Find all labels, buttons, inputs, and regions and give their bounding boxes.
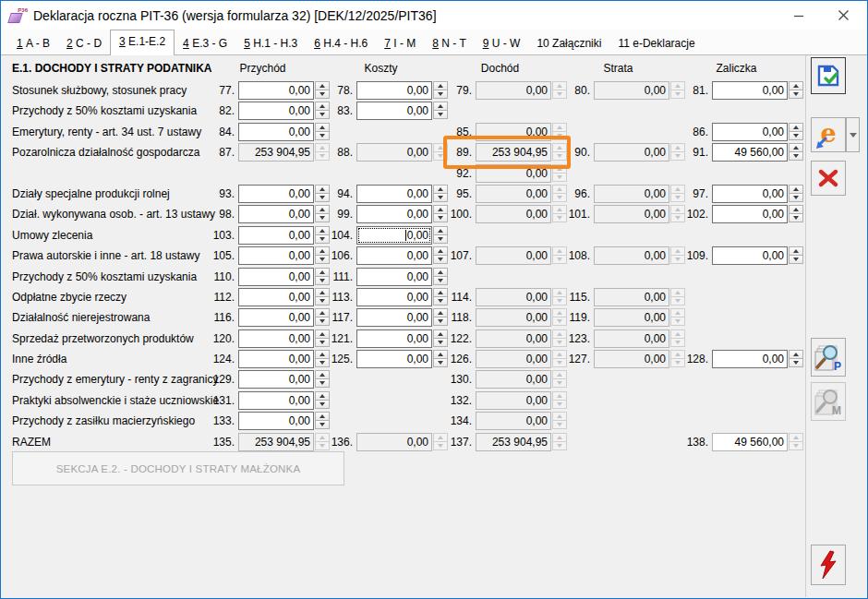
spinner-down-button[interactable]: [433, 296, 448, 305]
spinner-down-button[interactable]: [315, 358, 330, 367]
arrow-up-icon: [319, 146, 325, 150]
spinner-down-button[interactable]: [315, 193, 330, 202]
amount-field-121[interactable]: 0,00: [356, 329, 432, 348]
tab-10[interactable]: 10 Załączniki: [528, 32, 609, 55]
tab-7[interactable]: 7 I - M: [376, 32, 424, 55]
spinner-down-button[interactable]: [433, 338, 448, 347]
cancel-button[interactable]: [811, 161, 846, 196]
tab-3[interactable]: 3 E.1-E.2: [110, 30, 175, 55]
amount-field-81[interactable]: 0,00: [712, 81, 788, 100]
amount-field-82[interactable]: 0,00: [238, 102, 314, 120]
amount-field-97[interactable]: 0,00: [712, 185, 788, 203]
spinner-down-button[interactable]: [789, 151, 803, 161]
spinner-down-button[interactable]: [789, 255, 803, 264]
amount-field-129[interactable]: 0,00: [238, 370, 314, 389]
spinner-down-button: [552, 255, 567, 264]
amount-field-116[interactable]: 0,00: [238, 308, 314, 327]
spinner-down-button[interactable]: [789, 358, 803, 367]
amount-field-102[interactable]: 0,00: [712, 205, 788, 223]
spinner-down-button[interactable]: [315, 90, 330, 99]
amount-field-94[interactable]: 0,00: [356, 185, 432, 203]
amount-field-128[interactable]: 0,00: [712, 350, 788, 368]
tab-9[interactable]: 9 U - W: [475, 32, 529, 55]
edeclaration-dropdown-button[interactable]: [846, 117, 860, 152]
field-value: 0,00: [289, 373, 310, 386]
amount-field-86[interactable]: 0,00: [712, 123, 788, 141]
amount-field-93[interactable]: 0,00: [238, 185, 314, 203]
spinner-down-button[interactable]: [433, 255, 448, 264]
spinner-down-button[interactable]: [789, 193, 803, 202]
tab-4[interactable]: 4 E.3 - G: [175, 32, 235, 55]
field-value: 0,00: [526, 84, 548, 97]
amount-field-104[interactable]: 0,00: [356, 226, 432, 245]
spinner-down-button[interactable]: [433, 317, 448, 326]
arrow-down-icon: [319, 113, 325, 116]
preview-taxpayer-button[interactable]: P: [811, 338, 846, 377]
amount-field-120[interactable]: 0,00: [238, 329, 314, 348]
spinner-down-button[interactable]: [315, 317, 330, 326]
amount-field-131[interactable]: 0,00: [238, 391, 314, 410]
spinner-down-button[interactable]: [315, 110, 330, 119]
amount-field-106[interactable]: 0,00: [356, 246, 432, 265]
amount-field-109[interactable]: 0,00: [712, 246, 788, 265]
form-row: Przychody z zasiłku macierzyńskiego133.0…: [2, 412, 806, 430]
amount-field-98[interactable]: 0,00: [238, 205, 314, 223]
tab-8[interactable]: 8 N - T: [424, 32, 474, 55]
spinner-down-button[interactable]: [433, 276, 448, 285]
field-value: 0,00: [407, 84, 428, 97]
arrow-up-icon: [793, 208, 799, 211]
arrow-down-icon: [438, 279, 443, 282]
amount-field-133[interactable]: 0,00: [238, 412, 314, 430]
tab-1[interactable]: 1 A - B: [8, 32, 58, 55]
spinner-86: [789, 123, 803, 141]
spinner-down-button[interactable]: [315, 338, 330, 347]
spinner-down-button[interactable]: [315, 131, 330, 140]
save-check-icon: [815, 63, 841, 89]
amount-field-99[interactable]: 0,00: [356, 205, 432, 223]
recalculate-button[interactable]: [811, 545, 846, 585]
spinner-down-button[interactable]: [315, 420, 330, 429]
tab-6[interactable]: 6 H.4 - H.6: [306, 32, 376, 55]
field-number: 117.: [329, 311, 355, 324]
spinner-down-button[interactable]: [315, 255, 330, 264]
amount-field-124[interactable]: 0,00: [238, 350, 314, 368]
amount-field-110[interactable]: 0,00: [238, 268, 314, 286]
field-number: 94.: [329, 187, 355, 200]
amount-field-105[interactable]: 0,00: [238, 246, 314, 265]
amount-field-117[interactable]: 0,00: [356, 308, 432, 327]
spinner-down-button[interactable]: [433, 213, 448, 222]
close-button[interactable]: [823, 1, 863, 30]
minimize-button[interactable]: [778, 1, 819, 30]
spinner-83: [433, 102, 448, 120]
spinner-down-button[interactable]: [433, 193, 448, 202]
spinner-down-button[interactable]: [433, 110, 448, 119]
spinner-down-button[interactable]: [433, 90, 448, 99]
amount-field-83[interactable]: 0,00: [356, 102, 432, 120]
spinner-down-button[interactable]: [315, 234, 330, 244]
amount-field-125[interactable]: 0,00: [356, 350, 432, 368]
tab-5[interactable]: 5 H.1 - H.3: [235, 32, 306, 55]
field-number: 121.: [329, 332, 355, 345]
edeclaration-button[interactable]: e: [811, 117, 846, 152]
spinner-down-button[interactable]: [433, 234, 448, 244]
spinner-down-button[interactable]: [433, 358, 448, 367]
spinner-down-button[interactable]: [789, 90, 803, 99]
amount-field-78[interactable]: 0,00: [356, 81, 432, 100]
spinner-down-button[interactable]: [789, 213, 803, 222]
amount-field-91[interactable]: 49 560,00: [712, 143, 788, 162]
tab-2[interactable]: 2 C - D: [58, 32, 110, 55]
spinner-down-button[interactable]: [315, 378, 330, 388]
spinner-down-button[interactable]: [315, 296, 330, 305]
spinner-down-button[interactable]: [315, 400, 330, 409]
amount-field-112[interactable]: 0,00: [238, 288, 314, 306]
save-button[interactable]: [811, 57, 846, 94]
spinner-down-button[interactable]: [789, 131, 803, 140]
amount-field-77[interactable]: 0,00: [238, 81, 314, 100]
tab-11[interactable]: 11 e-Deklaracje: [609, 32, 703, 55]
spinner-down-button[interactable]: [315, 213, 330, 222]
amount-field-103[interactable]: 0,00: [238, 226, 314, 245]
spinner-down-button[interactable]: [315, 276, 330, 285]
amount-field-84[interactable]: 0,00: [238, 123, 314, 141]
amount-field-111[interactable]: 0,00: [356, 268, 432, 286]
amount-field-113[interactable]: 0,00: [356, 288, 432, 306]
